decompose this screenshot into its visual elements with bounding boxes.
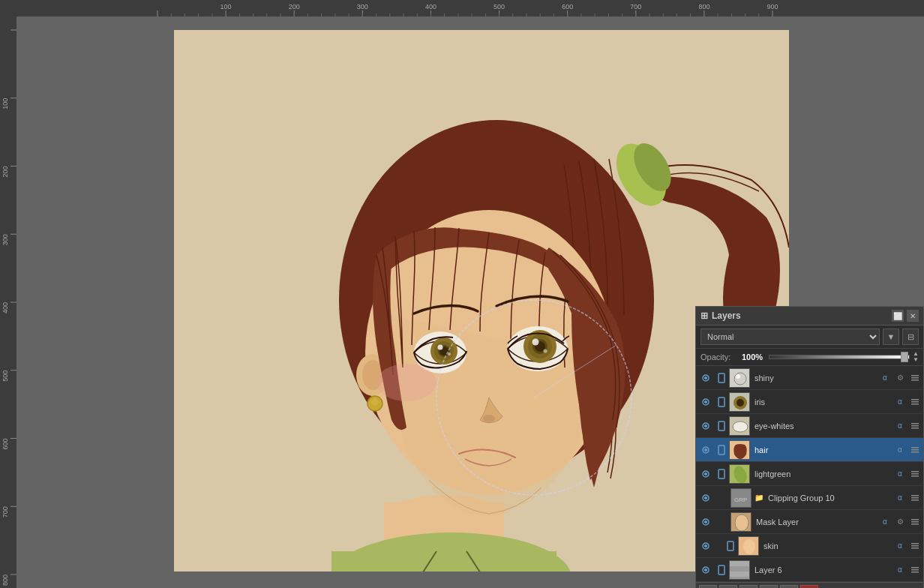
layer-menu-icon-6[interactable] bbox=[908, 515, 922, 529]
layer-row-shiny[interactable]: shinyα⚙ bbox=[696, 366, 923, 390]
blend-filter-button[interactable]: ▼ bbox=[883, 328, 899, 345]
layer-visibility-3[interactable] bbox=[698, 442, 714, 458]
svg-point-27 bbox=[532, 339, 539, 346]
svg-point-60 bbox=[704, 448, 707, 452]
layers-title-group: ⊞ Layers bbox=[700, 310, 741, 321]
svg-rect-39 bbox=[911, 375, 919, 376]
layer-menu-icon-5[interactable] bbox=[908, 491, 922, 505]
opacity-slider[interactable] bbox=[769, 351, 910, 363]
layer-alpha-icon-8[interactable]: α bbox=[893, 563, 907, 577]
svg-rect-53 bbox=[718, 422, 724, 430]
svg-point-55 bbox=[733, 422, 748, 432]
layer-thumbnail-0 bbox=[729, 368, 750, 388]
move-layer-down-button[interactable]: ∨ bbox=[760, 585, 778, 588]
layer-menu-icon-7[interactable] bbox=[908, 539, 922, 553]
layer-alpha-icon-6[interactable]: α bbox=[878, 515, 892, 529]
layer-name-3: hair bbox=[752, 446, 893, 454]
svg-point-97 bbox=[704, 568, 707, 572]
opacity-arrows: ▲ ▼ bbox=[913, 351, 919, 363]
ruler-left bbox=[0, 16, 16, 588]
layer-row-lightgreen[interactable]: lightgreenα bbox=[696, 462, 923, 486]
layer-thumbnail-3 bbox=[729, 440, 750, 460]
merge-layer-button[interactable]: ⊟ bbox=[780, 585, 798, 588]
svg-rect-58 bbox=[911, 428, 919, 429]
layer-visibility-6[interactable] bbox=[698, 514, 714, 530]
layer-thumbnail-4 bbox=[729, 464, 750, 484]
opacity-row: Opacity: 100% ▲ ▼ bbox=[696, 349, 923, 366]
svg-point-52 bbox=[704, 424, 707, 428]
layer-gear-icon-6[interactable]: ⚙ bbox=[893, 515, 907, 529]
layer-name-8: Layer 6 bbox=[752, 566, 893, 574]
layer-alpha-icon-1[interactable]: α bbox=[893, 395, 907, 409]
opacity-track bbox=[769, 355, 910, 359]
layer-menu-icon-2[interactable] bbox=[908, 419, 922, 433]
svg-point-43 bbox=[704, 400, 707, 404]
layer-visibility-2[interactable] bbox=[698, 418, 714, 434]
layer-alpha-icon-4[interactable]: α bbox=[893, 467, 907, 481]
svg-rect-71 bbox=[911, 471, 919, 472]
layer-row-clipping-group-10[interactable]: GRP📁Clipping Group 10α bbox=[696, 486, 923, 510]
svg-text:GRP: GRP bbox=[734, 496, 747, 503]
layer-alpha-icon-2[interactable]: α bbox=[893, 419, 907, 433]
layer-menu-icon-1[interactable] bbox=[908, 395, 922, 409]
layer-gear-icon-0[interactable]: ⚙ bbox=[893, 371, 907, 385]
layer-row-iris[interactable]: irisα bbox=[696, 390, 923, 414]
layer-filter-button[interactable]: ⊟ bbox=[902, 328, 919, 345]
layers-icon: ⊞ bbox=[700, 310, 708, 321]
svg-rect-102 bbox=[730, 577, 750, 580]
svg-rect-85 bbox=[911, 519, 919, 520]
layer-alpha-icon-5[interactable]: α bbox=[893, 491, 907, 505]
opacity-value: 100% bbox=[742, 352, 763, 362]
layer-row-mask-layer[interactable]: Mask Layerα⚙ bbox=[696, 510, 923, 534]
layer-alpha-icon-0[interactable]: α bbox=[878, 371, 892, 385]
opacity-thumb[interactable] bbox=[901, 352, 908, 362]
layer-row-layer-6[interactable]: Layer 6α bbox=[696, 558, 923, 582]
layers-expand-button[interactable]: ⬜ bbox=[892, 310, 904, 322]
svg-point-22 bbox=[448, 352, 451, 356]
layer-name-5: Clipping Group 10 bbox=[765, 494, 893, 502]
duplicate-layer-button[interactable]: ⧉ bbox=[719, 585, 737, 588]
layer-thumbnail-1 bbox=[729, 392, 750, 412]
layer-visibility-5[interactable] bbox=[698, 490, 714, 506]
layer-visibility-0[interactable] bbox=[698, 370, 714, 386]
opacity-label: Opacity: bbox=[700, 352, 742, 362]
layer-menu-icon-4[interactable] bbox=[908, 467, 922, 481]
layer-row-hair[interactable]: hairα bbox=[696, 438, 923, 462]
svg-rect-73 bbox=[911, 476, 919, 477]
svg-point-38 bbox=[736, 374, 740, 379]
svg-rect-105 bbox=[911, 572, 919, 573]
opacity-down-arrow[interactable]: ▼ bbox=[913, 357, 919, 363]
svg-rect-90 bbox=[728, 542, 734, 550]
layer-thumbnail-7 bbox=[738, 536, 759, 556]
layer-actions-3: α bbox=[893, 443, 922, 457]
ruler-corner bbox=[0, 0, 16, 16]
layer-row-eye-whites[interactable]: eye-whitesα bbox=[696, 414, 923, 438]
layer-visibility-4[interactable] bbox=[698, 466, 714, 482]
layer-visibility-8[interactable] bbox=[698, 562, 714, 578]
svg-rect-63 bbox=[911, 447, 919, 448]
delete-layer-button[interactable]: 🗑 bbox=[800, 585, 818, 588]
move-layer-up-button[interactable]: ∧ bbox=[740, 585, 758, 588]
layer-visibility-1[interactable] bbox=[698, 394, 714, 410]
layer-menu-icon-0[interactable] bbox=[908, 371, 922, 385]
layer-alpha-icon-3[interactable]: α bbox=[893, 443, 907, 457]
svg-point-30 bbox=[376, 364, 436, 401]
layer-menu-icon-3[interactable] bbox=[908, 443, 922, 457]
svg-rect-65 bbox=[911, 452, 919, 453]
svg-rect-98 bbox=[718, 566, 724, 574]
layer-alpha-icon-7[interactable]: α bbox=[893, 539, 907, 553]
layer-clip-indicator-3 bbox=[714, 442, 729, 458]
svg-rect-95 bbox=[911, 548, 919, 549]
layer-visibility-7[interactable] bbox=[698, 538, 714, 554]
svg-rect-50 bbox=[911, 404, 919, 405]
layer-row-skin[interactable]: skinα bbox=[696, 534, 923, 558]
svg-point-29 bbox=[483, 415, 495, 422]
svg-rect-94 bbox=[911, 545, 919, 547]
layer-menu-icon-8[interactable] bbox=[908, 563, 922, 577]
blend-mode-select[interactable]: Normal Multiply Screen Overlay bbox=[700, 328, 880, 345]
new-layer-button[interactable]: □ bbox=[699, 585, 717, 588]
layers-close-button[interactable]: ✕ bbox=[907, 310, 919, 322]
svg-rect-48 bbox=[911, 399, 919, 400]
svg-rect-40 bbox=[911, 377, 919, 379]
svg-rect-78 bbox=[911, 495, 919, 496]
